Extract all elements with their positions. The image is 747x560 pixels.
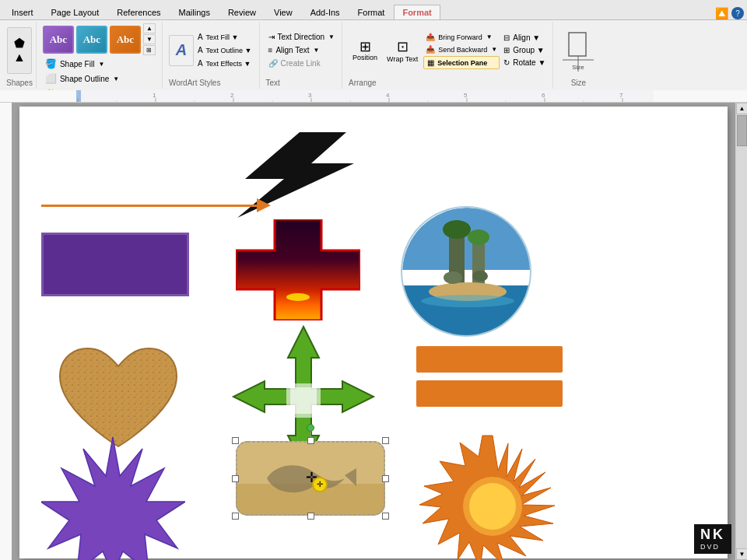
- circle-photo-shape[interactable]: [401, 206, 531, 337]
- orange-arrow-shape[interactable]: [41, 198, 271, 212]
- svg-rect-28: [76, 90, 81, 103]
- align-text-icon: ≡: [268, 46, 273, 54]
- svg-text:Size: Size: [573, 64, 585, 71]
- purple-rectangle-shape[interactable]: [41, 233, 189, 296]
- svg-rect-29: [0, 103, 12, 560]
- group-btn[interactable]: ⊞Group ▼: [501, 44, 548, 56]
- svg-text:3: 3: [308, 92, 312, 99]
- size-icon: Size: [563, 29, 594, 72]
- shape-style-1[interactable]: Abc: [43, 26, 74, 54]
- svg-rect-54: [236, 484, 385, 516]
- tab-mailings[interactable]: Mailings: [170, 5, 219, 19]
- help-icon[interactable]: ?: [731, 7, 744, 19]
- text-direction-icon: ⇥: [268, 33, 275, 41]
- text-outline-btn[interactable]: A Text Outline ▼: [195, 44, 254, 56]
- text-effects-icon: A: [198, 59, 203, 68]
- purple-star-shape[interactable]: [41, 433, 185, 560]
- nk-dvd-logo: NK DVD: [694, 524, 731, 554]
- svg-point-43: [472, 271, 488, 282]
- scroll-thumb[interactable]: [737, 115, 747, 146]
- document-page: ✛ ✛: [19, 107, 728, 558]
- position-btn[interactable]: ⊞ Position: [349, 37, 381, 64]
- shape-styles-scroll-down[interactable]: ▼: [143, 34, 156, 44]
- wordart-label: WordArt Styles: [169, 77, 254, 87]
- svg-rect-50: [286, 387, 321, 414]
- bring-forward-icon: 📤: [426, 33, 435, 41]
- align-icon: ⊟: [503, 33, 510, 42]
- svg-marker-51: [41, 437, 185, 560]
- shapes-label: Shapes: [6, 77, 33, 87]
- tab-add-ins[interactable]: Add-Ins: [302, 5, 349, 19]
- svg-text:6: 6: [542, 92, 545, 99]
- scroll-track[interactable]: [736, 114, 747, 548]
- sun-burst-shape[interactable]: [415, 432, 570, 560]
- text-direction-btn[interactable]: ⇥ Text Direction ▼: [266, 31, 338, 43]
- tab-view[interactable]: View: [265, 5, 301, 19]
- svg-text:2: 2: [230, 92, 234, 99]
- tab-references[interactable]: References: [108, 5, 169, 19]
- text-fill-btn[interactable]: A Text Fill ▼: [195, 31, 254, 43]
- scroll-up-btn[interactable]: ▲: [736, 103, 747, 114]
- ribbon-content: ⬟ ▲ Shapes Abc Abc Abc ▲ ▼: [0, 20, 747, 90]
- text-fill-icon: A: [198, 33, 203, 41]
- tab-format2[interactable]: Format: [394, 5, 440, 19]
- shapes-gallery-btn[interactable]: ⬟ ▲: [7, 27, 32, 74]
- rotate-icon: ↻: [503, 58, 510, 67]
- size-label: Size: [571, 77, 586, 87]
- vertical-ruler: [0, 103, 12, 560]
- size-btn[interactable]: Size: [563, 23, 594, 77]
- shape-outline-btn[interactable]: ⬜ Shape Outline ▼: [43, 72, 157, 86]
- group-icon: ⊞: [503, 46, 510, 54]
- tab-review[interactable]: Review: [219, 5, 265, 19]
- tab-page-layout[interactable]: Page Layout: [43, 5, 108, 19]
- shape-styles-scroll-up[interactable]: ▲: [143, 23, 156, 33]
- shape-fill-btn[interactable]: 🪣 Shape Fill ▼: [43, 57, 157, 71]
- svg-text:5: 5: [464, 92, 468, 99]
- svg-point-41: [421, 295, 514, 307]
- svg-point-42: [444, 271, 462, 284]
- shape-styles-more[interactable]: ⊞: [143, 45, 156, 55]
- right-scrollbar: ▲ ▼: [735, 103, 747, 560]
- svg-rect-5: [78, 90, 654, 103]
- svg-point-39: [468, 229, 489, 245]
- svg-text:1: 1: [153, 92, 156, 99]
- svg-point-38: [443, 220, 471, 239]
- align-btn[interactable]: ⊟Align ▼: [501, 32, 548, 44]
- nk-text: NK: [700, 527, 725, 543]
- svg-rect-34: [402, 208, 531, 270]
- sunset-cross-shape[interactable]: [236, 219, 360, 322]
- tab-format1[interactable]: Format: [349, 5, 394, 19]
- bring-forward-btn[interactable]: 📤 Bring Forward ▼: [423, 31, 500, 43]
- wordart-gallery[interactable]: A: [169, 35, 194, 66]
- tab-insert[interactable]: Insert: [3, 5, 42, 19]
- help-collapse-icon[interactable]: 🔼: [715, 7, 728, 19]
- text-label: Text: [266, 77, 338, 87]
- dvd-text: DVD: [700, 543, 725, 551]
- create-link-icon: 🔗: [268, 59, 278, 68]
- shape-outline-dropdown[interactable]: ▼: [113, 75, 119, 82]
- shape-style-2[interactable]: Abc: [76, 26, 107, 54]
- wrap-text-btn[interactable]: ⊡ Wrap Text: [383, 36, 422, 65]
- send-backward-btn[interactable]: 📥 Send Backward ▼: [423, 44, 500, 55]
- svg-rect-0: [569, 33, 586, 56]
- canvas-area[interactable]: ✛ ✛: [12, 103, 735, 560]
- create-link-btn[interactable]: 🔗 Create Link: [266, 58, 338, 69]
- align-text-btn[interactable]: ≡ Align Text ▼: [266, 44, 338, 56]
- svg-point-58: [469, 483, 516, 530]
- scroll-down-btn[interactable]: ▼: [736, 548, 747, 560]
- ribbon-tabs: Insert Page Layout References Mailings R…: [0, 0, 747, 20]
- orange-bars-shape[interactable]: [416, 346, 563, 407]
- selection-pane-icon: ▦: [427, 58, 434, 67]
- text-outline-icon: A: [198, 46, 203, 54]
- shape-fill-dropdown[interactable]: ▼: [98, 61, 104, 68]
- svg-text:4: 4: [386, 92, 390, 99]
- rotate-btn[interactable]: ↻Rotate ▼: [501, 57, 548, 68]
- svg-rect-31: [236, 219, 360, 320]
- shape-style-3[interactable]: Abc: [110, 26, 141, 54]
- selection-pane-btn[interactable]: ▦ Selection Pane: [423, 56, 500, 69]
- position-icon: ⊞: [359, 40, 371, 54]
- wrap-text-icon: ⊡: [397, 38, 409, 55]
- shape-outline-icon: ⬜: [45, 73, 57, 84]
- text-effects-btn[interactable]: A Text Effects ▼: [195, 58, 254, 69]
- send-backward-icon: 📥: [426, 45, 435, 54]
